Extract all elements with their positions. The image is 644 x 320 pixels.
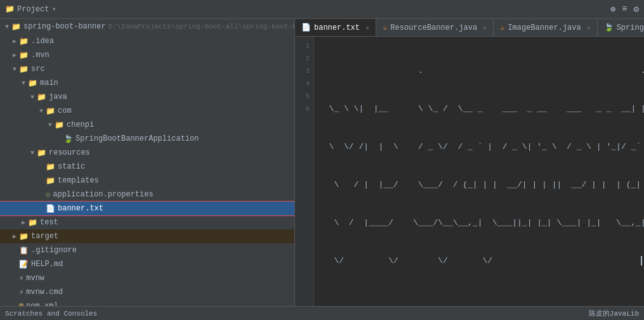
chenpi-arrow: ▼ bbox=[46, 122, 55, 129]
main-area: ▼ 📁 spring-boot-banner D:\IdeaProjects\s… bbox=[0, 19, 644, 306]
tree-item-helpmd[interactable]: 📝 HELP.md bbox=[0, 257, 294, 271]
static-label: static bbox=[58, 162, 85, 171]
src-label: src bbox=[31, 65, 45, 74]
test-folder-icon: 📁 bbox=[28, 218, 37, 227]
mvnwcmd-icon: ⚡ bbox=[19, 288, 23, 297]
tree-item-templates[interactable]: 📁 templates bbox=[0, 174, 294, 188]
banner-line-4: \ / | |__/ \___/ / (_| | | __/| | | || _… bbox=[319, 179, 639, 191]
idea-arrow: ▶ bbox=[10, 37, 19, 45]
idea-label: .idea bbox=[31, 37, 54, 46]
txt-icon: 📄 bbox=[46, 204, 55, 214]
tree-item-mvnw[interactable]: ⚡ mvnw bbox=[0, 271, 294, 285]
tab-image-banner[interactable]: ☕ ImageBanner.java ✕ bbox=[494, 19, 597, 36]
helpmd-label: HELP.md bbox=[31, 260, 63, 269]
templates-folder-icon: 📁 bbox=[46, 176, 55, 186]
com-label: com bbox=[58, 106, 72, 115]
banner-tab-close[interactable]: ✕ bbox=[365, 24, 369, 32]
settings-icon[interactable]: ⚙ bbox=[634, 4, 639, 15]
toolbar-icons: ⊕ ≡ ⚙ bbox=[610, 4, 639, 15]
tab-spring-boot-banner[interactable]: 🍃 SpringBootBann... ✕ bbox=[598, 19, 644, 36]
tree-root[interactable]: ▼ 📁 spring-boot-banner D:\IdeaProjects\s… bbox=[0, 19, 294, 34]
sb-tab-icon: 🍃 bbox=[604, 23, 614, 32]
banner-tab-label: banner.txt bbox=[314, 23, 360, 32]
main-label: main bbox=[40, 79, 58, 87]
img-tab-close[interactable]: ✕ bbox=[587, 24, 591, 32]
line-num-2: 2 bbox=[295, 52, 313, 65]
scratches-label: Scratches and Consoles bbox=[5, 310, 97, 317]
author-label: 陈皮的JavaLib bbox=[589, 309, 639, 318]
tree-item-com[interactable]: ▼ 📁 com bbox=[0, 104, 294, 118]
spring-icon: 🍃 bbox=[63, 134, 73, 144]
app-label: SpringBootBannerApplication bbox=[76, 134, 199, 143]
line-num-6: 6 bbox=[295, 103, 313, 115]
mvn-label: .mvn bbox=[31, 51, 49, 60]
root-path: D:\IdeaProjects\spring-boot-all\spring-b… bbox=[108, 23, 295, 30]
tree-item-main[interactable]: ▼ 📁 main bbox=[0, 76, 294, 90]
tree-item-pom[interactable]: m pom.xml bbox=[0, 299, 294, 306]
tree-item-chenpi[interactable]: ▼ 📁 chenpi bbox=[0, 118, 294, 132]
tree-item-src[interactable]: ▼ 📁 src bbox=[0, 62, 294, 76]
main-arrow: ▼ bbox=[19, 80, 28, 87]
banner-line-3: \ \/ /| | \ / _ \/ / _ ` | / _ \| '_ \ /… bbox=[319, 141, 639, 153]
tree-item-target[interactable]: ▶ 📁 target bbox=[0, 229, 294, 243]
tab-banner-txt[interactable]: 📄 banner.txt ✕ bbox=[295, 19, 376, 36]
res-tab-label: ResourceBanner.java bbox=[390, 23, 477, 32]
res-tab-close[interactable]: ✕ bbox=[483, 24, 487, 32]
tree-item-app[interactable]: 🍃 SpringBootBannerApplication bbox=[0, 132, 294, 146]
tree-item-mvnw-cmd[interactable]: ⚡ mvnw.cmd bbox=[0, 285, 294, 299]
chenpi-folder-icon: 📁 bbox=[55, 120, 64, 130]
mvnw-icon: ⚡ bbox=[19, 274, 23, 283]
java-label: java bbox=[49, 93, 67, 101]
tree-item-gitignore[interactable]: 📋 .gitignore bbox=[0, 243, 294, 257]
static-folder-icon: 📁 bbox=[46, 162, 55, 172]
tab-resource-banner[interactable]: ☕ ResourceBanner.java ✕ bbox=[376, 19, 494, 36]
tree-item-app-props[interactable]: ⚙ application.properties bbox=[0, 188, 294, 202]
root-folder-icon: 📁 bbox=[11, 22, 21, 32]
test-arrow: ▶ bbox=[19, 219, 28, 226]
java-folder-icon: 📁 bbox=[37, 93, 46, 102]
props-label: application.properties bbox=[53, 190, 153, 199]
line-num-5: 5 bbox=[295, 90, 313, 103]
banner-line-1: . . bbox=[319, 65, 639, 77]
pom-label: pom.xml bbox=[26, 302, 58, 306]
project-folder-icon: 📁 bbox=[5, 4, 15, 14]
root-arrow: ▼ bbox=[3, 23, 11, 30]
target-arrow: ▶ bbox=[10, 233, 19, 240]
pom-icon: m bbox=[19, 302, 23, 306]
line-num-3: 3 bbox=[295, 65, 313, 77]
tree-item-java[interactable]: ▼ 📁 java bbox=[0, 90, 294, 104]
mvnw-label: mvnw bbox=[26, 274, 44, 283]
target-folder-icon: 📁 bbox=[19, 232, 29, 241]
bottom-bar: Scratches and Consoles 陈皮的JavaLib bbox=[0, 306, 644, 320]
editor-content[interactable]: . . \_ \ \| |__ \ \_ / \__ _ ___ _ __ __… bbox=[314, 37, 644, 306]
line-num-1: 1 bbox=[295, 39, 313, 52]
editor-tab-bar: 📄 banner.txt ✕ ☕ ResourceBanner.java ✕ ☕… bbox=[295, 19, 644, 37]
menu-icon[interactable]: ≡ bbox=[622, 4, 627, 15]
helpmd-icon: 📝 bbox=[19, 260, 29, 269]
gitignore-icon: 📋 bbox=[19, 246, 29, 255]
banner-line-5: \ / |____/ \___/\__\__,_| \___||_| |_| \… bbox=[319, 217, 639, 229]
test-label: test bbox=[40, 218, 58, 227]
tree-item-banner-txt[interactable]: 📄 banner.txt bbox=[0, 202, 294, 215]
mvnw-cmd-label: mvnw.cmd bbox=[26, 288, 63, 297]
sb-tab-label: SpringBootBann... bbox=[617, 23, 644, 32]
root-label: spring-boot-banner bbox=[23, 22, 106, 31]
com-folder-icon: 📁 bbox=[46, 106, 55, 116]
tree-item-test[interactable]: ▶ 📁 test bbox=[0, 215, 294, 229]
tree-item-static[interactable]: 📁 static bbox=[0, 160, 294, 174]
res-tab-icon: ☕ bbox=[383, 23, 387, 32]
gitignore-label: .gitignore bbox=[31, 246, 77, 255]
project-tree: ▼ 📁 spring-boot-banner D:\IdeaProjects\s… bbox=[0, 19, 295, 306]
add-icon[interactable]: ⊕ bbox=[610, 4, 615, 15]
tree-item-mvn[interactable]: ▶ 📁 .mvn bbox=[0, 48, 294, 62]
banner-line-2: \_ \ \| |__ \ \_ / \__ _ ___ _ __ ___ _ … bbox=[319, 103, 639, 115]
templates-label: templates bbox=[58, 176, 99, 185]
dropdown-arrow[interactable]: ▾ bbox=[51, 4, 56, 14]
tree-item-idea[interactable]: ▶ 📁 .idea bbox=[0, 34, 294, 48]
main-folder-icon: 📁 bbox=[28, 79, 37, 88]
project-label: 📁 Project ▾ bbox=[5, 4, 56, 14]
img-tab-icon: ☕ bbox=[500, 23, 504, 32]
mvn-folder-icon: 📁 bbox=[19, 51, 29, 60]
banner-tab-icon: 📄 bbox=[301, 23, 311, 32]
tree-item-resources[interactable]: ▼ 📁 resources bbox=[0, 146, 294, 160]
